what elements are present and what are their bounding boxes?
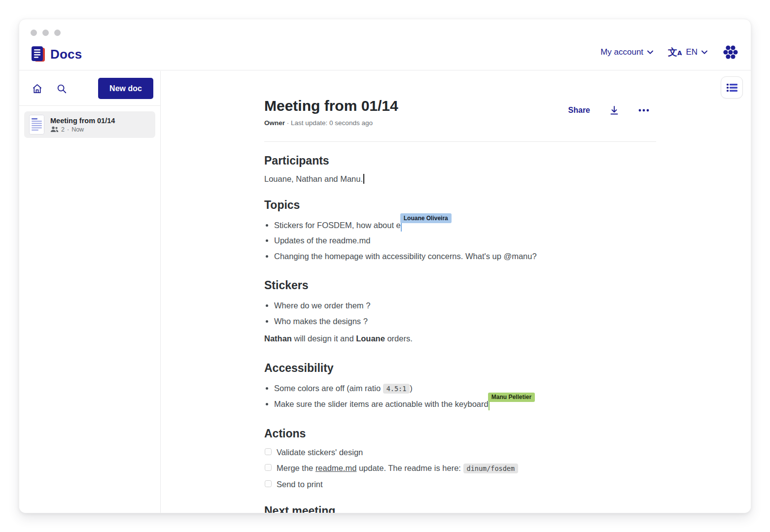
section-heading-accessibility[interactable]: Accessibility — [264, 362, 656, 375]
inline-code: 4.5:1 — [383, 384, 410, 394]
text-caret — [363, 174, 364, 184]
participants-text[interactable]: Louane, Nathan and Manu. — [264, 174, 656, 184]
list-icon — [727, 83, 737, 92]
todo-item: Merge the readme.md update. The readme i… — [264, 463, 656, 474]
app-header: Docs My account 文A EN — [19, 19, 751, 70]
section-heading-next-meeting[interactable]: Next meeting — [264, 504, 656, 514]
doc-role: Owner — [264, 119, 285, 127]
todo-label[interactable]: Send to print — [277, 479, 323, 490]
meta-separator: · — [67, 126, 69, 133]
table-of-contents-button[interactable] — [721, 76, 743, 99]
doc-title[interactable]: Meeting from 01/14 — [264, 98, 656, 115]
chevron-down-icon — [647, 50, 653, 54]
doc-item-info: Meeting from 01/14 2 · Now — [50, 117, 115, 133]
collab-cursor-manu: Manu Pelletier — [489, 398, 490, 410]
todo-label[interactable]: Validate stickers' design — [277, 447, 363, 458]
list-item[interactable]: Stickers for FOSDEM, how about eLouane O… — [274, 218, 656, 233]
members-icon — [50, 126, 59, 133]
todo-checkbox[interactable] — [265, 448, 272, 455]
inline-code: dinum/fosdem — [463, 464, 519, 473]
stickers-note[interactable]: Nathan will design it and Louane orders. — [264, 331, 656, 347]
todo-label[interactable]: Merge the readme.md update. The readme i… — [277, 463, 518, 474]
app-title: Docs — [50, 47, 82, 62]
list-item[interactable]: Some colors are off (aim ratio 4.5:1) — [274, 381, 656, 397]
collab-cursor-label: Manu Pelletier — [488, 393, 535, 402]
doc-meta: Owner · Last update: 0 seconds ago — [264, 119, 656, 127]
list-item[interactable]: Who makes the designs ? — [274, 314, 656, 330]
chevron-down-icon — [701, 50, 707, 54]
collab-cursor-louane: Louane Oliveira — [401, 219, 402, 232]
meta-separator: · — [287, 119, 289, 127]
section-heading-topics[interactable]: Topics — [264, 199, 656, 212]
list-item[interactable]: Changing the homepage with accessibility… — [274, 249, 656, 265]
language-selector[interactable]: 文A EN — [668, 46, 707, 59]
section-heading-participants[interactable]: Participants — [264, 154, 656, 167]
todo-checkbox[interactable] — [265, 480, 272, 487]
doc-thumbnail-icon — [29, 115, 44, 134]
todo-checkbox[interactable] — [265, 464, 272, 471]
todo-item: Send to print — [264, 479, 656, 490]
collab-cursor-label: Louane Oliveira — [400, 213, 452, 223]
doc-list: Meeting from 01/14 2 · Now — [19, 106, 160, 143]
translate-icon: 文A — [668, 46, 682, 59]
actions-todo-list: Validate stickers' design Merge the read… — [264, 447, 656, 490]
section-heading-actions[interactable]: Actions — [264, 427, 656, 440]
stickers-list: Where do we order them ? Who makes the d… — [264, 298, 656, 329]
header-controls: My account 文A EN — [600, 44, 739, 61]
sidebar: New doc Meeting from 01/14 — [19, 71, 161, 513]
main-area: Share Meeting from 01/14 Owner — [161, 71, 751, 513]
doc-item-meta: 2 · Now — [50, 126, 115, 133]
doc-list-item[interactable]: Meeting from 01/14 2 · Now — [24, 111, 155, 138]
list-item[interactable]: Make sure the slider items are actionabl… — [274, 397, 656, 412]
language-label: EN — [686, 47, 698, 57]
app-logo[interactable]: Docs — [31, 46, 82, 63]
search-button[interactable] — [53, 80, 70, 98]
topics-list: Stickers for FOSDEM, how about eLouane O… — [264, 218, 656, 265]
list-item[interactable]: Updates of the readme.md — [274, 233, 656, 249]
title-divider — [264, 141, 656, 142]
sidebar-toolbar: New doc — [19, 71, 160, 106]
docs-logo-icon — [31, 46, 46, 63]
readme-link[interactable]: readme.md — [315, 464, 356, 472]
account-menu[interactable]: My account — [600, 47, 653, 57]
apps-grid-button[interactable] — [722, 44, 739, 61]
search-icon — [56, 83, 67, 94]
home-button[interactable] — [28, 80, 46, 98]
list-item[interactable]: Where do we order them ? — [274, 298, 656, 314]
apps-grid-icon — [722, 44, 739, 61]
home-icon — [32, 83, 43, 95]
accessibility-list: Some colors are off (aim ratio 4.5:1) Ma… — [264, 381, 656, 412]
doc-last-update: Last update: 0 seconds ago — [291, 119, 373, 127]
doc-item-title: Meeting from 01/14 — [50, 117, 115, 125]
doc-updated: Now — [71, 126, 84, 133]
document-editor[interactable]: Meeting from 01/14 Owner · Last update: … — [264, 71, 656, 513]
new-doc-button[interactable]: New doc — [98, 78, 153, 99]
account-menu-label: My account — [600, 47, 643, 57]
app-window: Docs My account 文A EN — [19, 19, 751, 513]
section-heading-stickers[interactable]: Stickers — [264, 279, 656, 292]
todo-item: Validate stickers' design — [264, 447, 656, 458]
doc-member-count: 2 — [61, 126, 65, 133]
